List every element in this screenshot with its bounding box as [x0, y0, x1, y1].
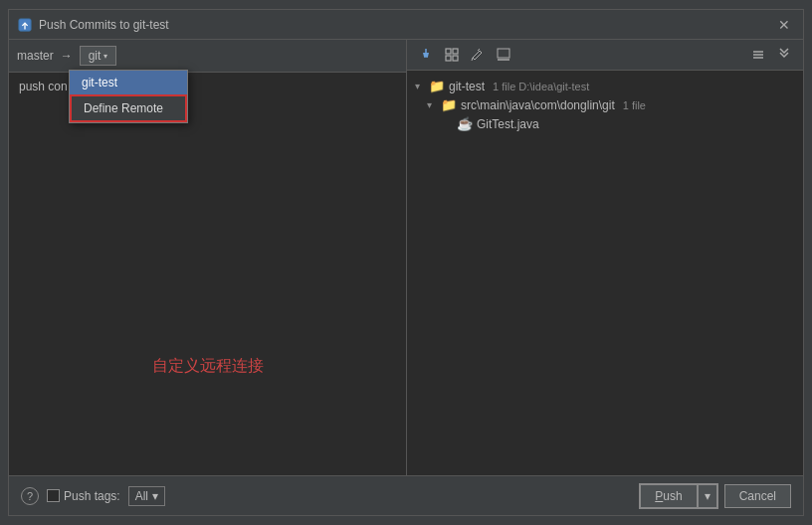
- dropdown-caret: ▾: [103, 52, 107, 61]
- close-button[interactable]: ✕: [773, 14, 795, 36]
- tags-dropdown[interactable]: All ▾: [128, 486, 165, 506]
- push-button-group: Push ▾: [639, 483, 717, 509]
- collapse-all-button[interactable]: [747, 44, 769, 66]
- push-commits-dialog: Push Commits to git-test ✕ master → git …: [8, 9, 804, 516]
- grid-button[interactable]: [441, 44, 463, 66]
- pin-button[interactable]: [415, 44, 437, 66]
- svg-rect-11: [498, 49, 509, 58]
- svg-rect-5: [446, 49, 451, 54]
- java-file-icon: ☕: [457, 116, 473, 131]
- push-dialog-icon: [17, 17, 33, 33]
- push-dropdown-caret: ▾: [705, 489, 710, 503]
- tree-item-root[interactable]: ▾ 📁 git-test 1 file D:\idea\git-test: [411, 77, 799, 95]
- tree-item-package[interactable]: ▾ 📁 src\main\java\com\donglin\git 1 file: [411, 95, 799, 114]
- dialog-title: Push Commits to git-test: [39, 18, 169, 32]
- right-panel: ▾ 📁 git-test 1 file D:\idea\git-test ▾ 📁…: [407, 40, 803, 475]
- tags-caret: ▾: [152, 489, 158, 503]
- tree-package-name: src\main\java\com\donglin\git: [461, 98, 615, 112]
- help-label: ?: [27, 490, 33, 502]
- file-tree: ▾ 📁 git-test 1 file D:\idea\git-test ▾ 📁…: [407, 71, 803, 475]
- chevron-icon-2: ▾: [427, 99, 437, 110]
- tree-file-name: GitTest.java: [477, 117, 539, 131]
- local-branch-label: master: [17, 49, 54, 63]
- remote-branch-name: git: [89, 49, 102, 63]
- tree-package-meta: 1 file: [623, 99, 646, 111]
- commit-message: push con: [19, 80, 68, 93]
- folder-icon-2: 📁: [441, 97, 457, 112]
- svg-rect-6: [453, 49, 458, 54]
- right-toolbar: [407, 40, 803, 71]
- push-rest: ush: [663, 489, 682, 503]
- download-button[interactable]: [493, 44, 514, 66]
- right-toolbar-right: [747, 44, 795, 66]
- center-label-area: 自定义远程连接: [9, 259, 406, 476]
- bottom-bar: ? Push tags: All ▾ Push ▾ Cancel: [9, 475, 803, 515]
- title-bar: Push Commits to git-test ✕: [9, 10, 803, 40]
- branch-arrow: →: [61, 49, 73, 63]
- cancel-button[interactable]: Cancel: [724, 484, 791, 508]
- expand-all-button[interactable]: [773, 44, 795, 66]
- tree-item-file[interactable]: ▾ ☕ GitTest.java: [411, 114, 799, 133]
- dialog-content: master → git ▾ git-test Define Remote pu…: [9, 40, 803, 475]
- dropdown-item-define-remote[interactable]: Define Remote: [70, 94, 187, 122]
- bottom-right: Push ▾ Cancel: [639, 483, 791, 509]
- push-dropdown-button[interactable]: ▾: [698, 484, 717, 508]
- folder-icon: 📁: [429, 79, 445, 93]
- dropdown-item-git-test[interactable]: git-test: [70, 71, 187, 94]
- edit-button[interactable]: [467, 44, 489, 66]
- right-toolbar-left: [415, 44, 514, 66]
- custom-remote-label: 自定义远程连接: [152, 356, 264, 377]
- chevron-icon: ▾: [415, 81, 425, 91]
- svg-rect-8: [453, 56, 458, 61]
- tree-root-name: git-test: [449, 80, 485, 93]
- remote-branch-dropdown[interactable]: git ▾: [80, 46, 117, 66]
- push-tags-text: Push tags:: [64, 489, 120, 503]
- svg-line-9: [472, 58, 473, 61]
- push-underline: P: [655, 489, 663, 503]
- push-tags-checkbox[interactable]: [47, 489, 60, 502]
- svg-rect-7: [446, 56, 451, 61]
- remote-dropdown-menu: git-test Define Remote: [69, 70, 188, 123]
- left-panel: master → git ▾ git-test Define Remote pu…: [9, 40, 407, 475]
- tree-root-meta: 1 file D:\idea\git-test: [493, 81, 589, 92]
- push-tags-checkbox-label[interactable]: Push tags:: [47, 489, 120, 503]
- tags-option: All: [135, 489, 148, 503]
- push-button[interactable]: Push: [640, 484, 697, 508]
- title-bar-left: Push Commits to git-test: [17, 17, 169, 33]
- help-button[interactable]: ?: [21, 487, 39, 505]
- bottom-left: ? Push tags: All ▾: [21, 486, 165, 506]
- branch-bar: master → git ▾ git-test Define Remote: [9, 40, 406, 73]
